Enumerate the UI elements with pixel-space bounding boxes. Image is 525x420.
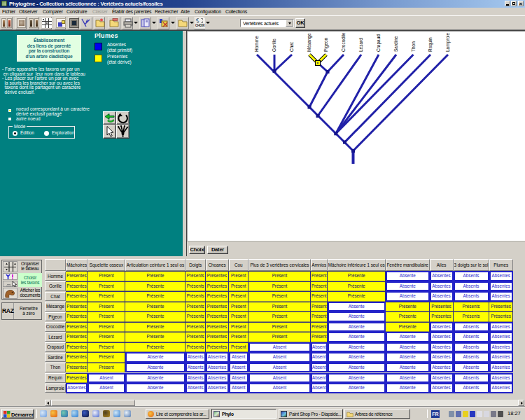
svg-text:Chat: Chat [289,42,294,52]
svg-text:Pigeon: Pigeon [323,37,329,52]
svg-text:Crapaud: Crapaud [376,34,382,52]
svg-text:Sardine: Sardine [393,36,398,52]
svg-text:Lamproie: Lamproie [445,33,451,52]
svg-text:Lézard: Lézard [358,38,363,52]
svg-text:Requin: Requin [428,37,433,52]
svg-text:Thon: Thon [411,41,416,52]
svg-text:Mésange: Mésange [307,33,312,52]
svg-text:Crocodile: Crocodile [341,32,346,52]
svg-text:Gorille: Gorille [272,38,276,52]
svg-text:Homme: Homme [254,36,259,52]
